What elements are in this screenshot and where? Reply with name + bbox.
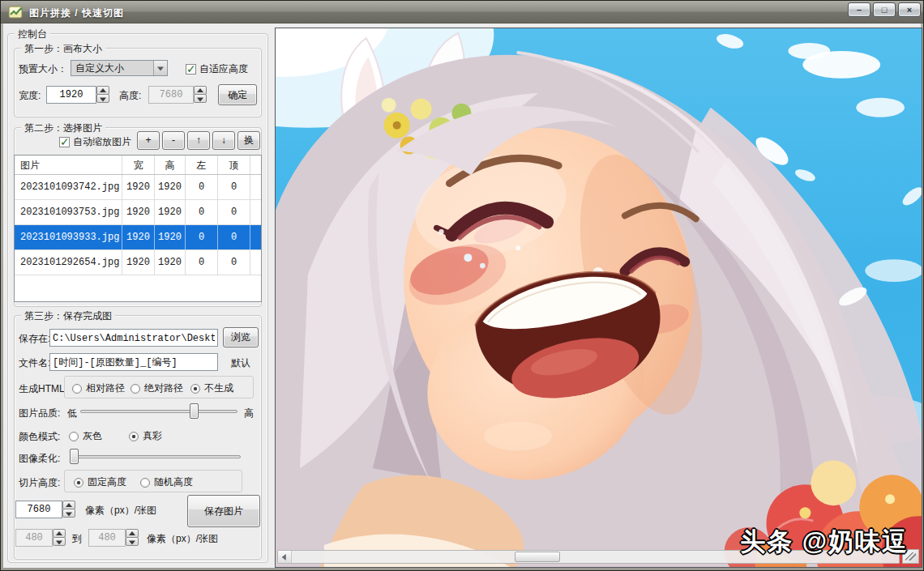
spin-down-button[interactable] [96, 94, 109, 103]
slider-thumb[interactable] [70, 449, 79, 464]
cell-top: 0 [218, 225, 250, 249]
range-to-spinner[interactable] [126, 529, 139, 546]
scrollbar-thumb[interactable] [515, 552, 560, 562]
slice-height-input[interactable] [15, 501, 62, 518]
height-spinner[interactable] [194, 86, 207, 103]
move-up-button[interactable]: ↑ [187, 131, 210, 150]
minimize-button[interactable]: – [848, 2, 871, 17]
range-unit-label: 像素（px）/张图 [147, 533, 218, 544]
filename-label: 文件名: [19, 357, 50, 369]
spin-down-button[interactable] [194, 94, 207, 103]
scroll-left-button[interactable] [278, 551, 292, 563]
cell-extra [250, 250, 261, 275]
spin-down-button[interactable] [126, 537, 139, 546]
width-spinner[interactable] [96, 86, 109, 103]
preview-image [276, 28, 922, 567]
save-image-button[interactable]: 保存图片 [187, 495, 260, 527]
slider-track[interactable] [80, 410, 237, 413]
autofit-height-checkbox[interactable]: 自适应高度 [186, 62, 248, 76]
cell-left: 0 [186, 200, 218, 224]
table-row[interactable]: 2023101292654.jpg 1920 1920 0 0 [15, 250, 261, 275]
table-row[interactable]: 2023101093742.jpg 1920 1920 0 0 [15, 175, 261, 200]
radio-random-height[interactable]: 随机高度 [140, 475, 193, 489]
radio-truecolor-label: 真彩 [143, 429, 162, 443]
radio-no-html[interactable]: 不生成 [190, 381, 233, 395]
radio-gray[interactable]: 灰色 [69, 429, 102, 443]
slider-thumb[interactable] [190, 403, 199, 419]
canvas-height-input[interactable] [148, 86, 194, 104]
radio-icon [129, 432, 139, 441]
radio-fixed-height[interactable]: 固定高度 [74, 475, 126, 489]
autoscale-checkbox[interactable]: 自动缩放图片 [59, 135, 131, 149]
cell-top: 0 [218, 200, 250, 224]
cell-width: 1920 [122, 250, 155, 275]
radio-truecolor[interactable]: 真彩 [129, 429, 162, 443]
watermark-text: 头条 @奶味逗 [740, 525, 909, 559]
col-header-left[interactable]: 左 [186, 156, 218, 174]
slice-height-spinner[interactable] [62, 501, 75, 518]
range-from-spinner[interactable] [53, 529, 66, 546]
range-to-input[interactable] [88, 529, 126, 547]
radio-absolute-label: 绝对路径 [144, 381, 183, 395]
close-button[interactable]: × [898, 2, 921, 17]
col-header-width[interactable]: 宽 [122, 156, 155, 174]
swap-button[interactable]: 换 [237, 131, 260, 150]
spin-down-button[interactable] [53, 537, 66, 546]
soften-label: 图像柔化: [19, 453, 60, 464]
confirm-button[interactable]: 确定 [218, 84, 257, 105]
app-icon [8, 5, 24, 19]
maximize-button[interactable]: □ [873, 2, 896, 17]
cell-width: 1920 [122, 200, 155, 224]
cell-extra [250, 175, 261, 199]
spin-down-button[interactable] [62, 509, 75, 518]
cell-height: 1920 [155, 250, 186, 275]
quality-high-label: 高 [244, 407, 254, 419]
col-header-image[interactable]: 图片 [15, 156, 122, 174]
cell-width: 1920 [122, 225, 155, 249]
preset-size-value: 自定义大小 [75, 62, 124, 74]
cell-top: 0 [218, 175, 250, 199]
range-from-input[interactable] [15, 529, 53, 547]
remove-image-button[interactable]: - [162, 131, 185, 150]
table-row-selected[interactable]: 2023101093933.jpg 1920 1920 0 0 [15, 225, 261, 250]
cell-height: 1920 [155, 225, 186, 249]
generate-html-label: 生成HTML: [19, 383, 67, 394]
radio-icon [74, 478, 83, 488]
cell-height: 1920 [155, 200, 186, 224]
add-image-button[interactable]: + [137, 131, 160, 150]
radio-gray-label: 灰色 [83, 429, 102, 443]
radio-absolute-path[interactable]: 绝对路径 [130, 381, 183, 395]
table-row[interactable]: 2023101093753.jpg 1920 1920 0 0 [15, 200, 261, 225]
quality-label: 图片品质: [19, 407, 60, 419]
radio-nohtml-label: 不生成 [204, 381, 233, 395]
cell-extra [250, 225, 261, 249]
slider-track[interactable] [72, 455, 241, 458]
radio-relative-path[interactable]: 相对路径 [72, 381, 125, 395]
soften-slider[interactable] [72, 449, 241, 464]
title-bar: 图片拼接 / 快速切图 – □ × [1, 1, 923, 23]
canvas-width-input[interactable] [46, 86, 96, 104]
radio-icon [190, 384, 200, 394]
radio-random-label: 随机高度 [154, 475, 193, 489]
default-button[interactable]: 默认 [231, 357, 250, 369]
browse-button[interactable]: 浏览 [223, 327, 259, 347]
save-path-input[interactable] [49, 329, 218, 347]
filename-input[interactable] [49, 353, 218, 371]
image-preview-pane: 头条 @奶味逗 [275, 28, 922, 568]
chevron-down-icon[interactable] [153, 61, 167, 75]
width-label: 宽度: [19, 90, 41, 101]
quality-slider[interactable] [80, 403, 237, 419]
radio-relative-label: 相对路径 [86, 381, 125, 395]
radio-icon [130, 384, 140, 394]
move-down-button[interactable]: ↓ [212, 131, 235, 150]
colormode-label: 颜色模式: [19, 431, 60, 442]
cell-filename: 2023101093742.jpg [15, 175, 122, 199]
cell-extra [250, 200, 261, 224]
col-header-height[interactable]: 高 [155, 156, 186, 174]
preset-size-label: 预置大小： [19, 63, 67, 75]
image-list-table: 图片 宽 高 左 顶 2023101093742.jpg 1920 1920 0… [14, 155, 262, 302]
preset-size-select[interactable]: 自定义大小 [71, 60, 168, 76]
slice-height-label: 切片高度: [19, 477, 60, 488]
col-header-top[interactable]: 顶 [218, 156, 250, 174]
cell-left: 0 [186, 250, 218, 275]
